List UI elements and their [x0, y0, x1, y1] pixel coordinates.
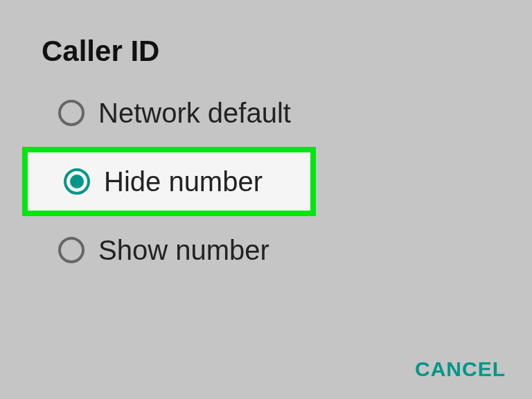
radio-icon [57, 236, 86, 265]
option-label: Network default [98, 98, 291, 129]
radio-icon [62, 167, 91, 196]
option-network-default[interactable]: Network default [54, 83, 400, 143]
svg-point-0 [60, 101, 83, 125]
svg-point-2 [70, 175, 84, 188]
radio-group-caller-id: Network default Hide number Show number [54, 83, 400, 280]
option-hide-number[interactable]: Hide number [22, 147, 316, 216]
svg-point-3 [60, 238, 83, 262]
option-label: Show number [98, 235, 269, 266]
cancel-button[interactable]: CANCEL [415, 357, 506, 381]
dialog-title: Caller ID [42, 35, 159, 68]
option-show-number[interactable]: Show number [54, 220, 400, 280]
radio-icon [57, 98, 86, 127]
dialog-actions: CANCEL [415, 357, 506, 381]
option-label: Hide number [104, 166, 263, 197]
